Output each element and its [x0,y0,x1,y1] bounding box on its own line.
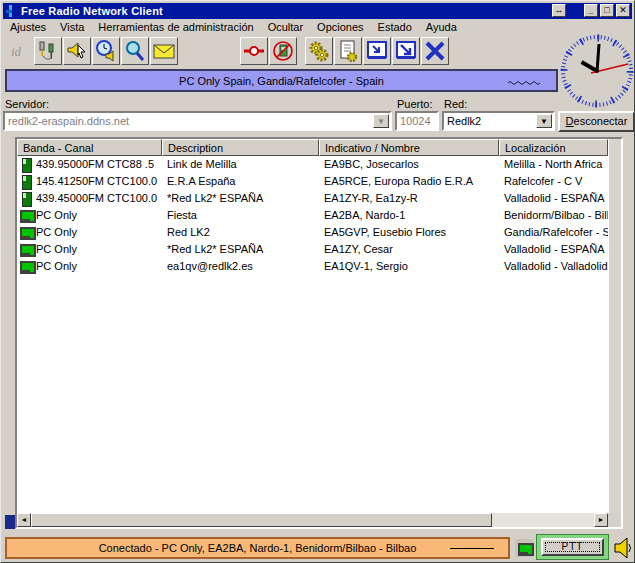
window-title: Free Radio Network Client [21,5,163,17]
title-bar: Free Radio Network Client ↔ _ □ ✕ [3,3,632,19]
list-body: 439.95000FM CTC88 .5 Link de Melilla EA9… [17,156,608,275]
minimize-button[interactable]: _ [584,4,598,17]
maximize-button[interactable]: □ [600,4,614,17]
station-list: Banda - Canal Description Indicativo / N… [15,137,623,529]
network-dropdown-icon[interactable]: ▼ [536,114,552,128]
menu-opciones[interactable]: Opciones [310,19,370,35]
station-type-icon [20,192,32,205]
server-value: redlk2-eraspain.ddns.net [8,115,129,127]
server-combobox[interactable]: redlk2-eraspain.ddns.net ▼ [3,111,392,131]
hscroll-track[interactable] [492,513,594,527]
table-row[interactable]: PC Only Fiesta EA2BA, Nardo-1 Benidorm/B… [17,207,608,224]
status-text: Conectado - PC Only, EA2BA, Nardo-1, Ben… [99,542,417,554]
station-type-icon [20,158,32,171]
station-type-icon [20,226,32,239]
network-label: Red: [444,98,467,110]
hscroll-thumb[interactable] [31,513,492,527]
status-bar: Conectado - PC Only, EA2BA, Nardo-1, Ben… [5,537,510,559]
column-indicativo[interactable]: Indicativo / Nombre [319,139,499,156]
table-row[interactable]: 439.95000FM CTC88 .5 Link de Melilla EA9… [17,156,608,173]
station-type-icon [20,209,32,222]
server-dropdown-icon[interactable]: ▼ [373,114,389,128]
clock-speaker-icon[interactable] [92,37,120,65]
menu-estado[interactable]: Estado [371,19,419,35]
id-badge-icon[interactable]: id [5,37,33,65]
app-window: Free Radio Network Client ↔ _ □ ✕ Ajuste… [0,0,635,563]
horizontal-scrollbar[interactable]: ◄ ► [17,513,608,527]
mail-icon[interactable] [150,37,178,65]
app-icon [5,5,17,17]
network-banner-text: PC Only Spain, Gandia/Rafelcofer - Spain [179,75,384,87]
search-icon[interactable] [121,37,149,65]
scroll-left-icon[interactable]: ◄ [17,513,31,527]
disconnect-link-icon[interactable] [240,37,268,65]
column-localizacion[interactable]: Localización [499,139,608,156]
settings-gears-icon[interactable] [305,37,333,65]
table-row[interactable]: PC Only Red LK2 EA5GVP, Eusebio Flores G… [17,224,608,241]
phone-blocked-icon[interactable] [269,37,297,65]
close-x-icon[interactable] [421,37,449,65]
station-type-icon [20,175,32,188]
network-value: Redlk2 [447,115,481,127]
disconnect-button[interactable]: Desconectar [558,111,635,132]
table-row[interactable]: PC Only *Red Lk2* ESPAÑA EA1ZY, Cesar Va… [17,241,608,258]
menu-ocultar[interactable]: Ocultar [261,19,310,35]
close-button[interactable]: ✕ [616,4,630,17]
ptt-panel: PTT [536,534,609,560]
scrollbar-corner [608,513,621,527]
signal-squiggle-icon [508,79,542,87]
table-row[interactable]: PC Only ea1qv@redlk2.es EA1QV-1, Sergio … [17,258,608,275]
speaker-icon[interactable] [613,535,635,561]
station-type-icon [20,260,32,273]
menu-vista[interactable]: Vista [53,19,91,35]
window-import-icon[interactable] [363,37,391,65]
resize-grip [5,515,15,529]
station-type-icon [20,243,32,256]
port-input[interactable]: 10024 [395,111,439,131]
menu-ajustes[interactable]: Ajustes [3,19,53,35]
vertical-scrollbar[interactable] [608,139,621,513]
window-export-icon[interactable] [392,37,420,65]
port-value: 10024 [400,115,431,127]
network-banner: PC Only Spain, Gandia/Rafelcofer - Spain [5,69,558,92]
monitor-indicator[interactable] [515,539,533,557]
speaker-pointer-icon[interactable] [63,37,91,65]
analog-clock [557,31,635,111]
scroll-right-icon[interactable]: ► [594,513,608,527]
ptt-button[interactable]: PTT [541,538,604,556]
toolbar: id [3,35,554,67]
column-description[interactable]: Description [162,139,319,156]
server-label: Servidor: [5,98,49,110]
menu-herramientas[interactable]: Herramientas de administración [91,19,260,35]
status-line-icon [450,548,494,549]
column-banda-canal[interactable]: Banda - Canal [17,139,162,156]
menu-bar: Ajustes Vista Herramientas de administra… [3,19,632,35]
monitor-icon [518,542,530,555]
admin-document-icon[interactable] [334,37,362,65]
audio-plugs-icon[interactable] [34,37,62,65]
table-row[interactable]: 145.41250FM CTC100.0 E.R.A España EA5RCE… [17,173,608,190]
resize-button[interactable]: ↔ [552,4,566,17]
menu-ayuda[interactable]: Ayuda [419,19,464,35]
svg-text:id: id [11,44,22,59]
port-label: Puerto: [397,98,432,110]
network-combobox[interactable]: Redlk2 ▼ [442,111,555,131]
table-row[interactable]: 439.45000FM CTC100.0 *Red Lk2* ESPAÑA EA… [17,190,608,207]
list-header: Banda - Canal Description Indicativo / N… [17,139,608,156]
